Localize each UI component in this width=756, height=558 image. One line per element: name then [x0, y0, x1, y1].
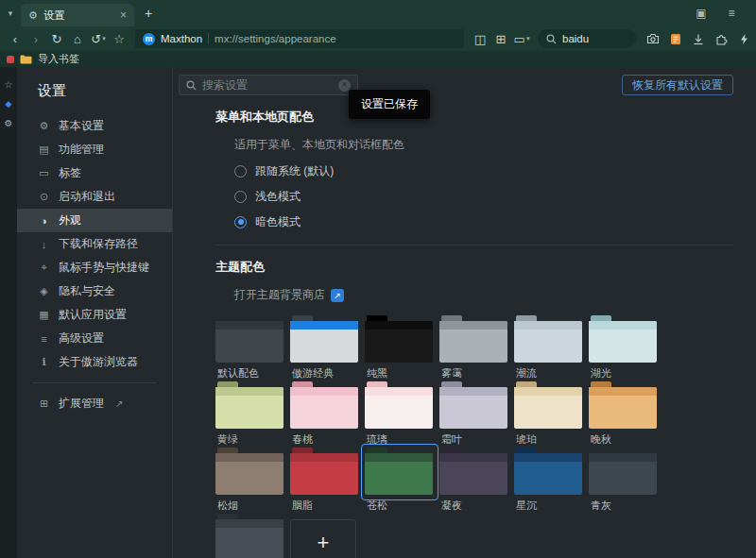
- extensions-puzzle-icon[interactable]: [710, 28, 732, 49]
- main-menu-icon[interactable]: ≡: [716, 0, 747, 26]
- theme-preview-toolbar: [514, 321, 582, 330]
- sidebar-item-gestures[interactable]: ⌖鼠标手势与快捷键: [17, 256, 172, 279]
- theme-preview-body: [290, 387, 358, 429]
- device-sync-icon[interactable]: ▭▾: [511, 28, 532, 49]
- add-theme-card[interactable]: +: [290, 519, 356, 558]
- settings-search-input[interactable]: 搜索设置 ×: [179, 75, 358, 95]
- theme-label: 胭脂: [292, 499, 358, 511]
- theme-preview-body: [365, 387, 433, 429]
- theme-option-spring-peach[interactable]: 春桃: [290, 381, 358, 445]
- settings-content: 搜索设置 × 恢复所有默认设置 设置已保存 菜单和本地页配色 适用于菜单、本地页…: [173, 67, 756, 558]
- tab-list-dropdown-icon[interactable]: ▾: [0, 0, 21, 26]
- theme-preview-body: [215, 321, 284, 363]
- reload-icon[interactable]: ↻: [46, 28, 67, 49]
- theme-option-frost-leaf[interactable]: 霜叶: [439, 381, 507, 445]
- sidebar-item-tabs[interactable]: ▭标签: [17, 161, 172, 185]
- lightning-icon[interactable]: [732, 28, 755, 49]
- theme-option-lake[interactable]: 湖光: [589, 315, 657, 379]
- theme-option-mist[interactable]: 雾霭: [439, 315, 507, 379]
- clear-search-icon[interactable]: ×: [338, 79, 351, 92]
- theme-grid: 默认配色傲游经典纯黑雾霭潮流湖光黄绿春桃琉璃霜叶琥珀晚秋松烟胭脂苍松凝夜星沉青灰…: [215, 315, 671, 558]
- default-apps-icon: ▦: [38, 309, 50, 321]
- screenshot-camera-icon[interactable]: [642, 28, 664, 49]
- radio-circle-icon[interactable]: [234, 216, 247, 228]
- import-bookmarks-button[interactable]: 导入书签: [38, 52, 79, 66]
- sidebar-item-label: 下载和保存路径: [59, 236, 138, 252]
- theme-preview-body: [589, 453, 657, 495]
- theme-option-pine[interactable]: 苍松: [365, 448, 433, 511]
- quick-search-bar[interactable]: baidu: [538, 29, 636, 48]
- folder-icon: [20, 55, 32, 64]
- theme-preview-tab: [367, 448, 387, 453]
- sidebar-item-basic[interactable]: ⚙基本设置: [17, 114, 172, 138]
- theme-option-pure-black[interactable]: 纯黑: [365, 315, 433, 379]
- radio-circle-icon[interactable]: [234, 165, 247, 178]
- theme-preview-toolbar: [365, 387, 433, 396]
- theme-option-yellow-green[interactable]: 黄绿: [215, 381, 284, 445]
- theme-option-star-sink[interactable]: 星沉: [514, 448, 582, 511]
- theme-option-night[interactable]: 凝夜: [439, 448, 507, 511]
- theme-option-amber[interactable]: 琥珀: [514, 381, 582, 445]
- theme-option-liuli[interactable]: 琉璃: [365, 381, 433, 445]
- address-bar[interactable]: m Maxthon mx://settings/appearance: [135, 29, 464, 48]
- sidebar-item-advanced[interactable]: ≡高级设置: [17, 327, 172, 350]
- theme-label: 琥珀: [516, 432, 582, 445]
- maxnote-icon[interactable]: [664, 28, 687, 49]
- rail-star-icon[interactable]: ☆: [5, 80, 13, 90]
- theme-preview-body: [365, 321, 433, 363]
- sidebar-item-default-apps[interactable]: ▦默认应用设置: [17, 303, 172, 327]
- radio-circle-icon[interactable]: [234, 191, 247, 203]
- radio-option-dark[interactable]: 暗色模式: [234, 214, 733, 229]
- new-tab-button[interactable]: +: [136, 6, 161, 21]
- theme-option-rouge[interactable]: 胭脂: [290, 448, 358, 511]
- privacy-icon: ◈: [38, 285, 50, 297]
- theme-preview-body: [514, 321, 582, 363]
- add-theme-button[interactable]: +: [290, 514, 358, 558]
- sidebar-item-downloads[interactable]: ↓下载和保存路径: [17, 232, 172, 256]
- theme-option-default[interactable]: 默认配色: [215, 315, 284, 379]
- titlebar: ▾ ⚙ 设置 × + ▣ ≡: [0, 0, 756, 26]
- undo-closed-tab-icon[interactable]: ↺▾: [88, 28, 109, 49]
- theme-preview-toolbar: [439, 321, 507, 330]
- rail-gear-icon[interactable]: ⚙: [5, 119, 13, 128]
- undo-caret-icon: ▾: [102, 35, 106, 42]
- rail-app-icon[interactable]: ◆: [6, 100, 12, 109]
- theme-preview-body: [439, 321, 507, 363]
- sidebar-item-about[interactable]: ℹ关于傲游浏览器: [17, 350, 172, 374]
- url-separator: [208, 33, 209, 44]
- theme-preview-toolbar: [365, 453, 433, 462]
- theme-store-link[interactable]: 打开主题背景商店 ↗: [234, 287, 733, 303]
- radio-option-system[interactable]: 跟随系统 (默认): [234, 163, 733, 178]
- sidebar-item-extensions[interactable]: ⊞ 扩展管理 ↗: [17, 392, 172, 415]
- bookmark-red-icon[interactable]: [7, 56, 14, 63]
- features-icon: ▤: [38, 144, 50, 156]
- theme-option-blue-gray[interactable]: 青灰: [589, 448, 657, 511]
- theme-label: 湖光: [591, 366, 657, 379]
- theme-option-classic[interactable]: 傲游经典: [290, 315, 358, 379]
- reader-mode-icon[interactable]: ◫: [470, 28, 490, 49]
- settings-favicon-gear-icon: ⚙: [28, 9, 38, 22]
- theme-preview-toolbar: [215, 387, 284, 396]
- favorite-star-icon[interactable]: ☆: [109, 28, 129, 49]
- theme-option-tide[interactable]: 潮流: [514, 315, 582, 379]
- restore-defaults-button[interactable]: 恢复所有默认设置: [622, 75, 733, 95]
- forward-icon[interactable]: ›: [26, 28, 46, 49]
- theme-option-dark-night[interactable]: 暗夜: [215, 514, 284, 558]
- home-icon[interactable]: ⌂: [67, 28, 88, 49]
- sidebar-item-privacy[interactable]: ◈隐私与安全: [17, 279, 172, 303]
- saved-toast: 设置已保存: [349, 90, 430, 119]
- boss-panel-icon[interactable]: ▣: [686, 0, 716, 26]
- sidebar-item-features[interactable]: ▤功能管理: [17, 138, 172, 161]
- back-icon[interactable]: ‹: [5, 28, 26, 49]
- theme-option-late-autumn[interactable]: 晚秋: [589, 381, 657, 445]
- browser-tab-settings[interactable]: ⚙ 设置 ×: [21, 4, 134, 26]
- store-icon[interactable]: ↗: [331, 289, 344, 302]
- downloads-icon[interactable]: [687, 28, 710, 49]
- split-screen-icon[interactable]: ⊞: [490, 28, 511, 49]
- radio-option-light[interactable]: 浅色模式: [234, 189, 733, 204]
- sidebar-item-startup[interactable]: ⊙启动和退出: [17, 185, 172, 209]
- sidebar-item-appearance[interactable]: ◑外观: [17, 209, 172, 232]
- theme-option-pine-smoke[interactable]: 松烟: [215, 448, 284, 511]
- tab-close-icon[interactable]: ×: [120, 8, 127, 22]
- theme-label: 霜叶: [441, 432, 507, 445]
